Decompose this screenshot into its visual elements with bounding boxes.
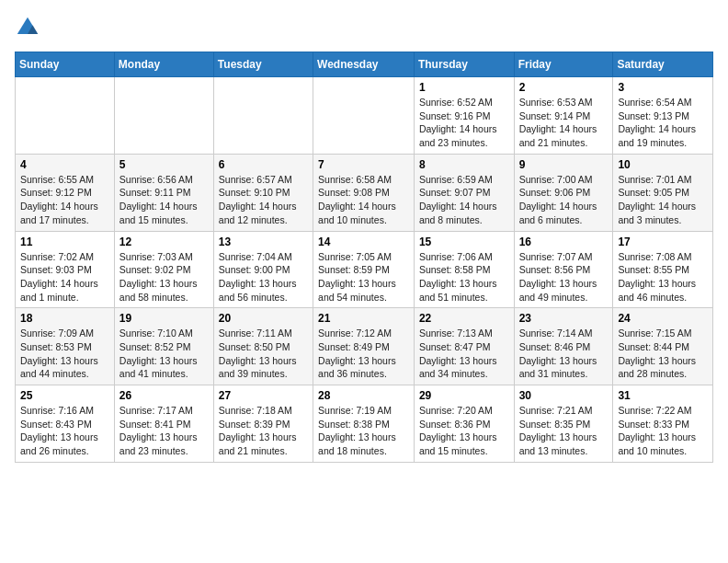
day-info: Sunrise: 7:16 AM Sunset: 8:43 PM Dayligh… [20,404,109,458]
day-number: 27 [219,389,308,402]
calendar-body: 1Sunrise: 6:52 AM Sunset: 9:16 PM Daylig… [16,77,713,463]
day-info: Sunrise: 6:53 AM Sunset: 9:14 PM Dayligh… [519,96,609,150]
day-number: 4 [20,158,109,171]
day-number: 10 [618,158,708,171]
day-number: 20 [219,312,308,325]
day-cell: 20Sunrise: 7:11 AM Sunset: 8:50 PM Dayli… [213,308,313,385]
day-info: Sunrise: 7:07 AM Sunset: 8:56 PM Dayligh… [519,250,609,304]
day-cell: 21Sunrise: 7:12 AM Sunset: 8:49 PM Dayli… [313,308,415,385]
day-info: Sunrise: 7:20 AM Sunset: 8:36 PM Dayligh… [419,404,509,458]
calendar-header: SundayMondayTuesdayWednesdayThursdayFrid… [16,52,713,77]
day-number: 9 [519,158,609,171]
day-number: 3 [618,81,708,94]
day-cell: 14Sunrise: 7:05 AM Sunset: 8:59 PM Dayli… [313,231,415,308]
day-info: Sunrise: 7:13 AM Sunset: 8:47 PM Dayligh… [419,327,509,381]
week-row-2: 4Sunrise: 6:55 AM Sunset: 9:12 PM Daylig… [16,154,713,231]
day-cell: 27Sunrise: 7:18 AM Sunset: 8:39 PM Dayli… [213,385,313,463]
day-info: Sunrise: 7:10 AM Sunset: 8:52 PM Dayligh… [119,327,209,381]
day-cell: 29Sunrise: 7:20 AM Sunset: 8:36 PM Dayli… [414,385,514,463]
day-number: 31 [618,389,708,402]
day-cell: 19Sunrise: 7:10 AM Sunset: 8:52 PM Dayli… [114,308,213,385]
day-cell: 2Sunrise: 6:53 AM Sunset: 9:14 PM Daylig… [514,77,613,155]
day-info: Sunrise: 6:54 AM Sunset: 9:13 PM Dayligh… [618,96,708,150]
day-info: Sunrise: 7:08 AM Sunset: 8:55 PM Dayligh… [618,250,708,304]
day-cell: 25Sunrise: 7:16 AM Sunset: 8:43 PM Dayli… [16,385,115,463]
day-cell: 1Sunrise: 6:52 AM Sunset: 9:16 PM Daylig… [414,77,514,155]
day-cell: 22Sunrise: 7:13 AM Sunset: 8:47 PM Dayli… [414,308,514,385]
day-number: 19 [119,312,209,325]
day-info: Sunrise: 6:59 AM Sunset: 9:07 PM Dayligh… [419,173,509,227]
day-cell: 6Sunrise: 6:57 AM Sunset: 9:10 PM Daylig… [213,154,313,231]
day-info: Sunrise: 7:03 AM Sunset: 9:02 PM Dayligh… [119,250,209,304]
day-number: 17 [618,236,708,248]
day-number: 26 [119,389,209,402]
col-header-thursday: Thursday [414,52,514,77]
day-info: Sunrise: 6:58 AM Sunset: 9:08 PM Dayligh… [318,173,409,227]
day-cell: 18Sunrise: 7:09 AM Sunset: 8:53 PM Dayli… [16,308,115,385]
col-header-monday: Monday [114,52,213,77]
day-info: Sunrise: 7:05 AM Sunset: 8:59 PM Dayligh… [318,250,409,304]
day-number: 2 [519,81,609,94]
day-info: Sunrise: 7:15 AM Sunset: 8:44 PM Dayligh… [618,327,708,381]
day-info: Sunrise: 6:56 AM Sunset: 9:11 PM Dayligh… [119,173,209,227]
day-number: 22 [419,312,509,325]
day-cell: 12Sunrise: 7:03 AM Sunset: 9:02 PM Dayli… [114,231,213,308]
day-info: Sunrise: 7:14 AM Sunset: 8:46 PM Dayligh… [519,327,609,381]
day-number: 28 [318,389,409,402]
day-number: 18 [20,312,109,325]
day-number: 16 [519,236,609,248]
day-info: Sunrise: 7:06 AM Sunset: 8:58 PM Dayligh… [419,250,509,304]
day-cell: 9Sunrise: 7:00 AM Sunset: 9:06 PM Daylig… [514,154,613,231]
day-number: 1 [419,81,509,94]
day-number: 13 [219,236,308,248]
day-number: 23 [519,312,609,325]
col-header-wednesday: Wednesday [313,52,415,77]
day-number: 5 [119,158,209,171]
day-cell: 26Sunrise: 7:17 AM Sunset: 8:41 PM Dayli… [114,385,213,463]
day-cell: 17Sunrise: 7:08 AM Sunset: 8:55 PM Dayli… [613,231,713,308]
col-header-sunday: Sunday [16,52,115,77]
day-cell: 28Sunrise: 7:19 AM Sunset: 8:38 PM Dayli… [313,385,415,463]
day-number: 6 [219,158,308,171]
calendar-table: SundayMondayTuesdayWednesdayThursdayFrid… [15,52,713,463]
day-cell [16,77,115,155]
day-info: Sunrise: 6:55 AM Sunset: 9:12 PM Dayligh… [20,173,109,227]
day-cell: 15Sunrise: 7:06 AM Sunset: 8:58 PM Dayli… [414,231,514,308]
day-cell [313,77,415,155]
day-cell: 7Sunrise: 6:58 AM Sunset: 9:08 PM Daylig… [313,154,415,231]
logo-icon [15,15,40,40]
day-cell: 31Sunrise: 7:22 AM Sunset: 8:33 PM Dayli… [613,385,713,463]
day-cell: 13Sunrise: 7:04 AM Sunset: 9:00 PM Dayli… [213,231,313,308]
day-info: Sunrise: 7:22 AM Sunset: 8:33 PM Dayligh… [618,404,708,458]
day-info: Sunrise: 7:04 AM Sunset: 9:00 PM Dayligh… [219,250,308,304]
day-number: 30 [519,389,609,402]
day-number: 15 [419,236,509,248]
day-cell: 24Sunrise: 7:15 AM Sunset: 8:44 PM Dayli… [613,308,713,385]
day-cell: 3Sunrise: 6:54 AM Sunset: 9:13 PM Daylig… [613,77,713,155]
day-info: Sunrise: 7:11 AM Sunset: 8:50 PM Dayligh… [219,327,308,381]
day-info: Sunrise: 7:02 AM Sunset: 9:03 PM Dayligh… [20,250,109,304]
day-info: Sunrise: 6:52 AM Sunset: 9:16 PM Dayligh… [419,96,509,150]
day-cell: 5Sunrise: 6:56 AM Sunset: 9:11 PM Daylig… [114,154,213,231]
day-number: 8 [419,158,509,171]
day-cell [213,77,313,155]
day-info: Sunrise: 7:00 AM Sunset: 9:06 PM Dayligh… [519,173,609,227]
day-cell [114,77,213,155]
day-cell: 8Sunrise: 6:59 AM Sunset: 9:07 PM Daylig… [414,154,514,231]
week-row-4: 18Sunrise: 7:09 AM Sunset: 8:53 PM Dayli… [16,308,713,385]
day-number: 21 [318,312,409,325]
day-cell: 23Sunrise: 7:14 AM Sunset: 8:46 PM Dayli… [514,308,613,385]
day-number: 12 [119,236,209,248]
col-header-friday: Friday [514,52,613,77]
day-number: 11 [20,236,109,248]
day-info: Sunrise: 7:21 AM Sunset: 8:35 PM Dayligh… [519,404,609,458]
day-info: Sunrise: 7:18 AM Sunset: 8:39 PM Dayligh… [219,404,308,458]
day-number: 29 [419,389,509,402]
day-number: 25 [20,389,109,402]
day-number: 24 [618,312,708,325]
day-cell: 30Sunrise: 7:21 AM Sunset: 8:35 PM Dayli… [514,385,613,463]
col-header-saturday: Saturday [613,52,713,77]
day-info: Sunrise: 7:01 AM Sunset: 9:05 PM Dayligh… [618,173,708,227]
week-row-5: 25Sunrise: 7:16 AM Sunset: 8:43 PM Dayli… [16,385,713,463]
day-cell: 10Sunrise: 7:01 AM Sunset: 9:05 PM Dayli… [613,154,713,231]
